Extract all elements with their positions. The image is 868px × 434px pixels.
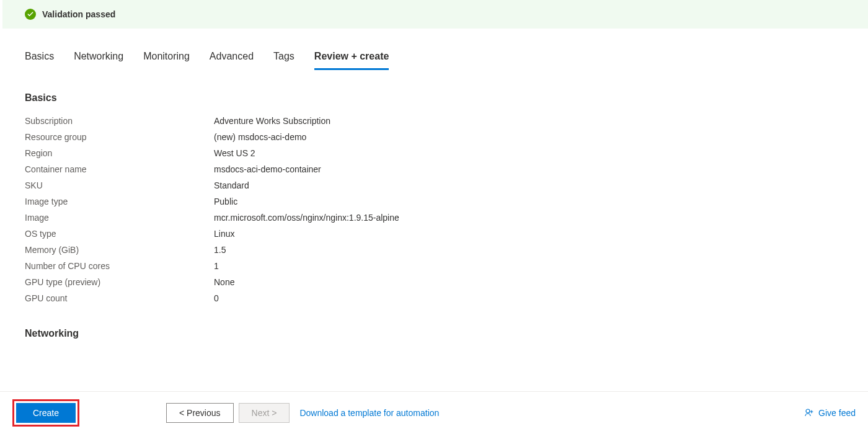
give-feedback-link[interactable]: Give feed: [805, 408, 856, 418]
value-gpu-count: 0: [214, 293, 219, 303]
validation-message: Validation passed: [42, 9, 115, 19]
create-button[interactable]: Create: [16, 403, 76, 423]
value-image: mcr.microsoft.com/oss/nginx/nginx:1.9.15…: [214, 213, 399, 223]
row-gpu-type: GPU type (preview) None: [25, 277, 846, 287]
row-os-type: OS type Linux: [25, 229, 846, 239]
label-gpu-count: GPU count: [25, 293, 214, 303]
row-sku: SKU Standard: [25, 180, 846, 190]
label-subscription: Subscription: [25, 116, 214, 126]
label-container-name: Container name: [25, 164, 214, 174]
tab-review-create[interactable]: Review + create: [314, 51, 389, 70]
feedback-label: Give feed: [818, 408, 856, 418]
row-gpu-count: GPU count 0: [25, 293, 846, 303]
validation-banner: Validation passed: [2, 0, 868, 29]
feedback-icon: [805, 408, 815, 418]
value-image-type: Public: [214, 197, 237, 206]
content-area: Basics Subscription Adventure Works Subs…: [2, 92, 868, 339]
value-memory: 1.5: [214, 245, 226, 255]
tabs-bar: Basics Networking Monitoring Advanced Ta…: [2, 51, 868, 70]
next-button: Next >: [239, 403, 290, 423]
label-image-type: Image type: [25, 197, 214, 206]
create-button-highlight: Create: [12, 399, 79, 427]
row-image-type: Image type Public: [25, 197, 846, 206]
download-template-link[interactable]: Download a template for automation: [299, 408, 439, 418]
row-image: Image mcr.microsoft.com/oss/nginx/nginx:…: [25, 213, 846, 223]
value-sku: Standard: [214, 180, 249, 190]
row-resource-group: Resource group (new) msdocs-aci-demo: [25, 132, 846, 142]
nav-buttons: < Previous Next > Download a template fo…: [166, 403, 439, 423]
tab-networking[interactable]: Networking: [74, 51, 123, 70]
label-image: Image: [25, 213, 214, 223]
row-subscription: Subscription Adventure Works Subscriptio…: [25, 116, 846, 126]
label-gpu-type: GPU type (preview): [25, 277, 214, 287]
value-resource-group: (new) msdocs-aci-demo: [214, 132, 306, 142]
check-circle-icon: [25, 9, 36, 20]
row-region: Region West US 2: [25, 148, 846, 158]
label-resource-group: Resource group: [25, 132, 214, 142]
tab-basics[interactable]: Basics: [25, 51, 54, 70]
value-subscription: Adventure Works Subscription: [214, 116, 330, 126]
value-gpu-type: None: [214, 277, 234, 287]
previous-button[interactable]: < Previous: [166, 403, 234, 423]
tab-monitoring[interactable]: Monitoring: [143, 51, 190, 70]
label-sku: SKU: [25, 180, 214, 190]
label-region: Region: [25, 148, 214, 158]
label-cpu-cores: Number of CPU cores: [25, 261, 214, 271]
tab-advanced[interactable]: Advanced: [210, 51, 254, 70]
row-memory: Memory (GiB) 1.5: [25, 245, 846, 255]
section-heading-networking: Networking: [25, 328, 846, 339]
section-heading-basics: Basics: [25, 92, 846, 104]
footer-bar: Create < Previous Next > Download a temp…: [0, 391, 868, 434]
label-os-type: OS type: [25, 229, 214, 239]
tab-tags[interactable]: Tags: [273, 51, 294, 70]
label-memory: Memory (GiB): [25, 245, 214, 255]
value-cpu-cores: 1: [214, 261, 219, 271]
value-container-name: msdocs-aci-demo-container: [214, 164, 321, 174]
value-region: West US 2: [214, 148, 255, 158]
row-cpu-cores: Number of CPU cores 1: [25, 261, 846, 271]
row-container-name: Container name msdocs-aci-demo-container: [25, 164, 846, 174]
value-os-type: Linux: [214, 229, 234, 239]
svg-point-0: [806, 409, 810, 413]
